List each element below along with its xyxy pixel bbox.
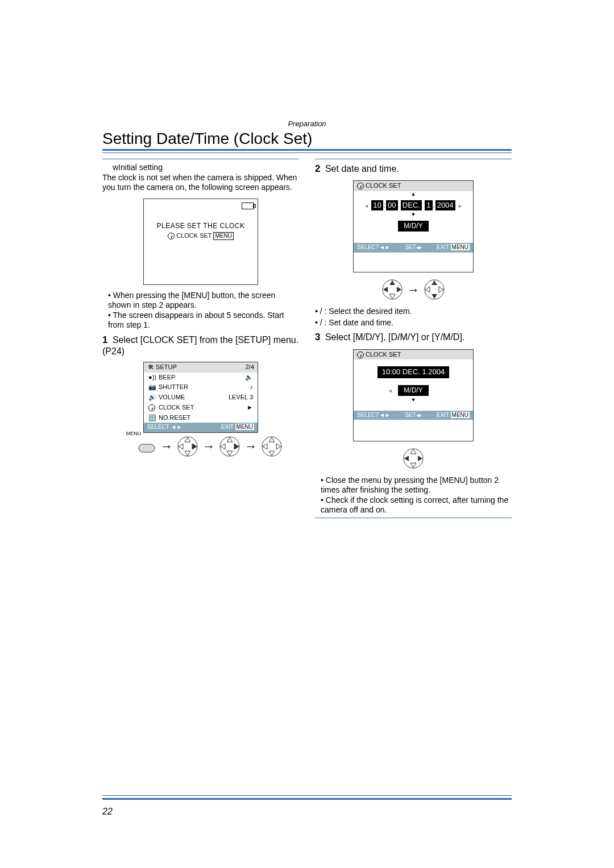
setup-menu-screen: SETUP 2/4 ●))BEEP🔈 📷SHUTTER♪ 🔊VOLUMELEVE… bbox=[143, 362, 258, 433]
csa-foot-set: SET bbox=[405, 244, 416, 250]
svg-marker-19 bbox=[383, 287, 388, 292]
csb-foot-exit: EXIT bbox=[437, 412, 449, 418]
page-title: Setting Date/Time (Clock Set) bbox=[102, 130, 512, 148]
svg-marker-27 bbox=[410, 449, 416, 454]
csa-foot-menu: MENU bbox=[451, 244, 470, 250]
svg-marker-8 bbox=[227, 451, 233, 456]
svg-marker-24 bbox=[425, 287, 430, 292]
prompt-clock-screen: PLEASE SET THE CLOCK CLOCK SET MENU bbox=[143, 199, 258, 285]
dpad-icon bbox=[176, 435, 199, 458]
step3-number: 3 bbox=[315, 332, 320, 342]
cs-title-a: CLOCK SET bbox=[366, 182, 401, 189]
up-arrow-icon bbox=[411, 191, 416, 197]
field-mon: DEC. bbox=[401, 200, 422, 210]
noreset-icon: 🔢 bbox=[148, 414, 155, 422]
footer-rule bbox=[102, 795, 512, 800]
menu-box-label: MENU bbox=[213, 232, 233, 241]
svg-marker-18 bbox=[389, 294, 395, 299]
field-year: 2004 bbox=[435, 200, 455, 210]
closing-note-1: Close the menu by pressing the [MENU] bu… bbox=[321, 476, 512, 495]
csa-foot-select: SELECT bbox=[357, 244, 379, 250]
csb-foot-select: SELECT bbox=[357, 412, 379, 418]
section-heading: Preparation bbox=[102, 119, 512, 128]
field-hh: 10 bbox=[371, 200, 383, 210]
format-a: M/D/Y bbox=[398, 221, 428, 232]
cs-title-b: CLOCK SET bbox=[366, 351, 401, 358]
intro-text: The clock is not set when the camera is … bbox=[102, 173, 299, 193]
svg-marker-10 bbox=[234, 444, 239, 449]
beep-value-icon: 🔈 bbox=[245, 374, 253, 382]
closing-note-2: Check if the clock setting is correct, a… bbox=[321, 495, 512, 515]
svg-marker-9 bbox=[221, 444, 225, 449]
svg-marker-23 bbox=[432, 294, 437, 299]
dpad-icon bbox=[218, 435, 241, 458]
step3-text: Select [M/D/Y], [D/M/Y] or [Y/M/D]. bbox=[325, 332, 464, 342]
clockset-arrow: ► bbox=[247, 404, 253, 412]
joypad-sequence-2: → bbox=[315, 278, 512, 301]
row-beep: BEEP bbox=[159, 374, 242, 382]
csb-foot-menu: MENU bbox=[451, 412, 470, 418]
volume-icon: 🔊 bbox=[148, 394, 155, 402]
left-arrow-icon bbox=[388, 386, 393, 394]
csb-foot-set: SET bbox=[405, 412, 416, 418]
menu-button-label: MENU bbox=[126, 431, 142, 437]
dpad-icon bbox=[402, 447, 425, 470]
setup-icon bbox=[147, 363, 154, 371]
svg-point-11 bbox=[262, 437, 281, 456]
svg-marker-7 bbox=[227, 437, 233, 442]
row-shutter: SHUTTER bbox=[159, 383, 247, 391]
setup-foot-select: SELECT bbox=[147, 424, 169, 430]
svg-marker-29 bbox=[404, 456, 409, 461]
step2-number: 2 bbox=[315, 163, 320, 174]
row-volume: VOLUME bbox=[159, 394, 225, 402]
note-1: When pressing the [MENU] button, the scr… bbox=[108, 291, 299, 311]
clock-set-screen-a: CLOCK SET 10:00 DEC. 1.2004 M/D/Y SELECT… bbox=[353, 180, 474, 272]
row-noreset: NO.RESET bbox=[159, 414, 253, 422]
svg-marker-13 bbox=[269, 451, 275, 456]
svg-marker-5 bbox=[192, 444, 197, 449]
setup-foot-exit: EXIT bbox=[221, 424, 234, 430]
clock-set-screen-b: CLOCK SET 10:00 DEC. 1.2004 M/D/Y SELECT… bbox=[353, 349, 474, 441]
clock-icon bbox=[168, 233, 175, 239]
svg-marker-3 bbox=[185, 451, 190, 456]
svg-marker-30 bbox=[418, 456, 422, 461]
svg-marker-12 bbox=[269, 437, 275, 442]
battery-icon bbox=[242, 202, 254, 209]
svg-marker-28 bbox=[410, 463, 416, 468]
csa-foot-exit: EXIT bbox=[437, 244, 449, 250]
svg-marker-15 bbox=[276, 444, 281, 449]
clock-icon bbox=[357, 183, 364, 189]
prompt-clock-set: CLOCK SET bbox=[176, 232, 211, 239]
volume-value: LEVEL 3 bbox=[229, 394, 253, 402]
left-arrow-icon bbox=[364, 201, 369, 209]
title-rule bbox=[102, 149, 512, 153]
down-arrow-icon bbox=[411, 211, 416, 217]
svg-rect-0 bbox=[139, 444, 155, 452]
page-number: 22 bbox=[102, 807, 113, 817]
beep-icon: ●)) bbox=[148, 374, 155, 382]
row-clockset: CLOCK SET bbox=[159, 404, 243, 412]
clockrow-icon bbox=[148, 404, 155, 411]
arrow-icon: → bbox=[160, 439, 173, 454]
setup-page: 2/4 bbox=[246, 363, 254, 371]
setup-title: SETUP bbox=[156, 363, 177, 370]
svg-marker-22 bbox=[432, 280, 437, 285]
down-arrow-icon bbox=[411, 396, 416, 403]
shutter-icon: 📷 bbox=[148, 383, 155, 391]
svg-marker-17 bbox=[389, 280, 395, 285]
joypad-sequence-3 bbox=[315, 447, 512, 470]
step2-text: Set date and time. bbox=[325, 164, 399, 173]
step1-number: 1 bbox=[102, 334, 107, 345]
prompt-msg: PLEASE SET THE CLOCK bbox=[144, 222, 258, 230]
arrow-icon: → bbox=[244, 439, 257, 454]
shutter-value-icon: ♪ bbox=[250, 383, 254, 391]
svg-marker-2 bbox=[185, 437, 190, 442]
joypad-sequence-1: MENU → → → bbox=[102, 435, 299, 458]
step1-text: Select [CLOCK SET] from the [SETUP] menu… bbox=[102, 335, 298, 356]
legend-2: / : Set date and time. bbox=[315, 318, 512, 328]
note-2: The screen disappears in about 5 seconds… bbox=[108, 311, 299, 330]
dpad-icon bbox=[381, 278, 404, 301]
legend-1: / : Select the desired item. bbox=[315, 307, 512, 317]
field-mm: 00 bbox=[386, 200, 397, 210]
dpad-icon bbox=[260, 435, 283, 458]
